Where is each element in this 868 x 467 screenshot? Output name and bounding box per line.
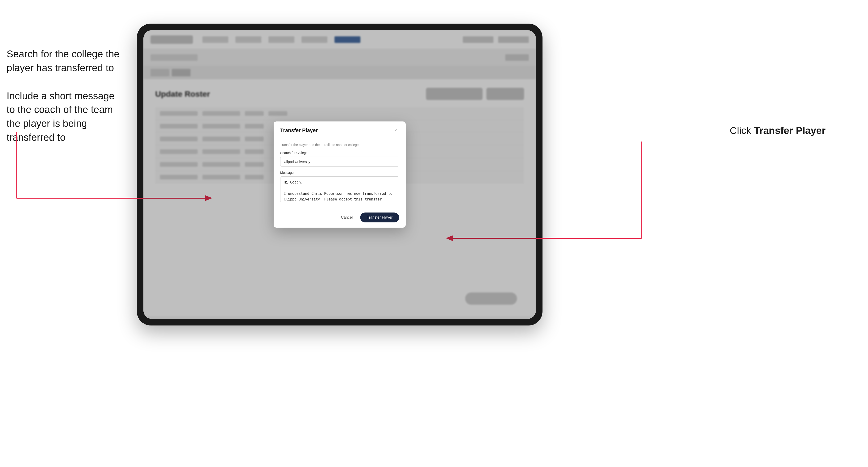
annotation-text-2: Include a short message to the coach of … bbox=[7, 89, 129, 145]
transfer-player-modal: Transfer Player × Transfer the player an… bbox=[274, 121, 406, 228]
modal-close-button[interactable]: × bbox=[393, 127, 399, 134]
modal-header: Transfer Player × bbox=[274, 121, 406, 138]
annotation-text-1: Search for the college the player has tr… bbox=[7, 47, 129, 75]
modal-body: Transfer the player and their profile to… bbox=[274, 138, 406, 208]
message-label: Message bbox=[280, 171, 399, 175]
college-label: Search for College bbox=[280, 151, 399, 155]
annotation-right: Click Transfer Player bbox=[730, 125, 826, 136]
tablet-screen: Update Roster bbox=[144, 30, 536, 319]
modal-subtitle: Transfer the player and their profile to… bbox=[280, 143, 399, 147]
cancel-button[interactable]: Cancel bbox=[337, 213, 356, 222]
tablet-device: Update Roster bbox=[137, 24, 542, 325]
message-textarea[interactable]: Hi Coach, I understand Chris Robertson h… bbox=[280, 177, 399, 203]
transfer-player-button[interactable]: Transfer Player bbox=[360, 213, 399, 222]
college-search-input[interactable] bbox=[280, 157, 399, 166]
annotation-left: Search for the college the player has tr… bbox=[7, 47, 129, 159]
modal-title: Transfer Player bbox=[280, 127, 318, 133]
modal-footer: Cancel Transfer Player bbox=[274, 208, 406, 228]
modal-overlay: Transfer Player × Transfer the player an… bbox=[144, 30, 536, 319]
